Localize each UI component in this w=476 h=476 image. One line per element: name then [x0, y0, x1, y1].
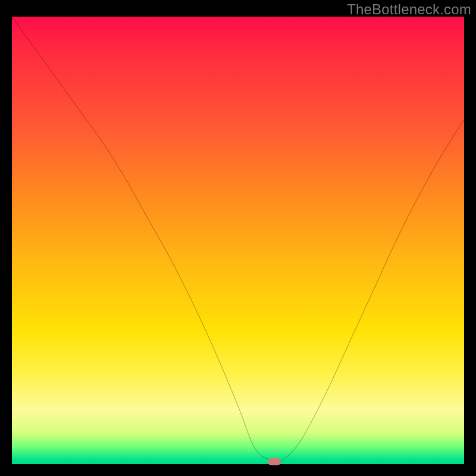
watermark-text: TheBottleneck.com	[347, 1, 471, 18]
optimal-marker	[268, 458, 281, 465]
figure-root: TheBottleneck.com	[0, 0, 476, 476]
curve-svg	[12, 17, 464, 464]
plot-area	[12, 17, 464, 464]
bottleneck-curve-path	[12, 17, 464, 464]
